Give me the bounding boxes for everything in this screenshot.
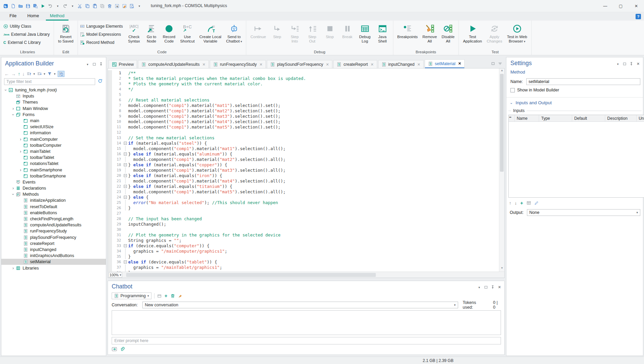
- breakpoint-gutter[interactable]: [108, 194, 112, 200]
- conversation-select[interactable]: New conversation ▾: [142, 302, 458, 308]
- pin-icon[interactable]: [99, 62, 103, 66]
- breakpoint-gutter[interactable]: [108, 178, 112, 184]
- save-icon-button[interactable]: [24, 2, 32, 10]
- tree-item-toolbarcomputer[interactable]: toolbarComputer: [1, 142, 106, 148]
- open-icon-button[interactable]: [17, 2, 24, 10]
- clear-selection-icon-button[interactable]: [121, 2, 128, 10]
- breakpoint-gutter[interactable]: [108, 264, 112, 270]
- close-tab-icon[interactable]: ✕: [202, 62, 205, 67]
- dropdown-chevron-icon[interactable]: ▾: [477, 285, 481, 289]
- close-icon[interactable]: ✕: [636, 62, 640, 66]
- fold-collapse-icon[interactable]: –: [124, 185, 127, 188]
- close-tab-icon[interactable]: ✕: [326, 62, 329, 67]
- select-box-icon-button[interactable]: [113, 2, 121, 10]
- close-tab-icon[interactable]: ✕: [371, 62, 374, 67]
- send-to-chatbot-button[interactable]: Send to Chatbot ▾: [224, 22, 244, 44]
- edit-icon[interactable]: [534, 201, 539, 205]
- breakpoint-gutter[interactable]: [108, 205, 112, 211]
- tree-item-inputs[interactable]: Inputs: [1, 93, 106, 99]
- breakpoint-gutter[interactable]: [108, 200, 112, 205]
- save-preview-icon-button[interactable]: [32, 2, 39, 10]
- tree-item-libraries[interactable]: ›Libraries: [1, 265, 106, 271]
- add-icon[interactable]: +: [165, 293, 168, 298]
- breakpoint-gutter[interactable]: [108, 221, 112, 227]
- breakpoint-gutter[interactable]: [108, 70, 112, 76]
- column-header-default[interactable]: Default: [572, 115, 605, 121]
- editor-zoom-select[interactable]: 100%▾: [109, 272, 122, 278]
- new-file-icon-button[interactable]: [9, 2, 17, 10]
- tree-item-information[interactable]: information: [1, 130, 106, 136]
- breakpoint-gutter[interactable]: [108, 243, 112, 248]
- tree-item-forms[interactable]: ›Forms: [1, 112, 106, 118]
- test-in-web-browser-button[interactable]: Test in Web Browser ▾: [505, 22, 529, 44]
- close-button[interactable]: ✕: [628, 0, 644, 12]
- go-to-node-button[interactable]: Go to Node: [143, 22, 160, 44]
- tree-item-setmaterial[interactable]: setMaterial: [1, 259, 106, 265]
- fold-collapse-icon[interactable]: –: [124, 174, 127, 177]
- fold-gutter[interactable]: –: [123, 140, 128, 146]
- tree-item-selectuisize[interactable]: selectUISize: [1, 124, 106, 130]
- debug-log-button[interactable]: Debug Log: [357, 22, 373, 44]
- fold-gutter[interactable]: –: [123, 243, 128, 248]
- fold-collapse-icon[interactable]: –: [124, 196, 127, 199]
- tree-item-tuning-fork-mph[interactable]: ›Atuning_fork.mph(root): [1, 87, 106, 93]
- language-elements-button[interactable]: ABCLanguage Elements: [80, 23, 123, 30]
- table-icon[interactable]: [527, 201, 531, 205]
- duplicate-icon-button[interactable]: [99, 2, 106, 10]
- breakpoint-gutter[interactable]: [108, 189, 112, 194]
- close-tab-icon[interactable]: ✕: [417, 62, 420, 67]
- filter-icon[interactable]: [47, 72, 52, 76]
- breakpoint-gutter[interactable]: [108, 103, 112, 108]
- use-shortcut-button[interactable]: B+C↗Use Shortcut: [178, 22, 197, 44]
- ribbon-tab-home[interactable]: Home: [23, 12, 43, 21]
- copy-icon-button[interactable]: [84, 2, 91, 10]
- chatbot-mode-select[interactable]: Programming ▾: [112, 292, 151, 299]
- tree-item-createreport[interactable]: createReport: [1, 241, 106, 247]
- breakpoint-gutter[interactable]: [108, 76, 112, 81]
- breakpoint-gutter[interactable]: [108, 135, 112, 140]
- ribbon-tab-method[interactable]: Method: [46, 12, 68, 21]
- trash-icon[interactable]: [170, 293, 175, 298]
- fold-collapse-icon[interactable]: –: [124, 163, 127, 166]
- move-up-icon[interactable]: ↑: [509, 200, 511, 205]
- fold-gutter[interactable]: –: [123, 184, 128, 189]
- run-icon-button[interactable]: [39, 2, 47, 10]
- revert-to-saved-button[interactable]: Revert to Saved: [56, 22, 75, 44]
- float-icon[interactable]: [92, 62, 96, 66]
- tree-item-runfrequencystudy[interactable]: runFrequencyStudy: [1, 228, 106, 234]
- fold-gutter[interactable]: –: [123, 162, 128, 167]
- close-tab-icon[interactable]: ✕: [458, 61, 461, 66]
- ribbon-tab-file[interactable]: File: [5, 12, 21, 21]
- test-application-button[interactable]: Test Application: [461, 22, 484, 44]
- editor-tab-createreport[interactable]: createReport✕: [333, 60, 377, 68]
- external-c-library-button[interactable]: CExternal C Library: [3, 39, 50, 46]
- back-icon[interactable]: ←: [4, 71, 9, 77]
- expander-icon[interactable]: ›: [11, 106, 16, 111]
- breakpoint-gutter[interactable]: [108, 227, 112, 232]
- fold-gutter[interactable]: –: [123, 194, 128, 200]
- attach-icon[interactable]: [120, 347, 125, 352]
- send-icon[interactable]: [112, 346, 117, 352]
- tree-item-initgraphicsandbuttons[interactable]: initGraphicsAndButtons: [1, 253, 106, 259]
- expander-icon[interactable]: ›: [18, 168, 23, 172]
- tree-item-declarations[interactable]: ›Declarations: [1, 185, 106, 191]
- fold-collapse-icon[interactable]: –: [124, 244, 127, 247]
- tree-item-themes[interactable]: Themes: [1, 99, 106, 105]
- tree-item-computeandupdateresults[interactable]: computeAndUpdateResults: [1, 222, 106, 228]
- fold-collapse-icon[interactable]: –: [124, 152, 127, 156]
- fold-gutter[interactable]: –: [123, 173, 128, 178]
- preview-doc-icon-button[interactable]: [128, 2, 136, 10]
- external-java-library-button[interactable]: JavaExternal Java Library: [3, 31, 50, 38]
- tree-item-toolbartablet[interactable]: toolbarTablet: [1, 155, 106, 161]
- pin-icon[interactable]: [629, 62, 634, 66]
- collapse-list-icon[interactable]: [37, 72, 42, 76]
- close-tab-icon[interactable]: ✕: [259, 62, 262, 67]
- breakpoint-gutter[interactable]: [108, 259, 112, 264]
- breakpoint-gutter[interactable]: [108, 124, 112, 130]
- breakpoint-gutter[interactable]: [108, 92, 112, 97]
- dropdown-chevron-icon[interactable]: ▾: [44, 72, 46, 76]
- method-name-input[interactable]: [526, 78, 640, 85]
- dropdown-chevron-icon[interactable]: ▾: [54, 72, 56, 76]
- tree-item-toolbarsmartphone[interactable]: toolbarSmartphone: [1, 173, 106, 179]
- refresh-icon[interactable]: [98, 79, 103, 83]
